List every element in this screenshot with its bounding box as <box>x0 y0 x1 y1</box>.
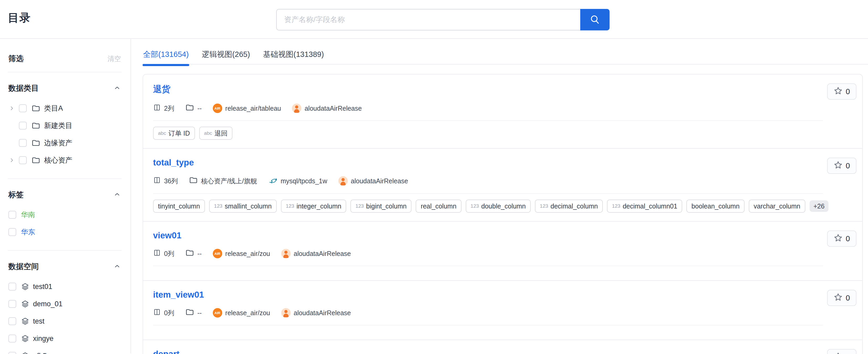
search-input[interactable] <box>276 9 580 30</box>
asset-title-link[interactable]: view01 <box>153 231 181 240</box>
star-icon <box>834 352 843 354</box>
section-header[interactable]: 数据类目 <box>8 83 121 94</box>
field-tag-chip: real_column <box>416 200 461 213</box>
column-count: 0列 <box>153 249 174 258</box>
air-source-badge: AIR <box>213 104 222 113</box>
columns-icon <box>153 308 161 318</box>
checkbox[interactable] <box>19 105 27 112</box>
field-type-prefix: 123 <box>612 203 620 209</box>
asset-card: 退货 0 2列 -- AIR release_air/tableau <box>143 75 862 149</box>
owner-avatar <box>281 308 291 318</box>
chevron-up-icon[interactable] <box>113 84 121 93</box>
asset-card: total_type 0 36列 核心资产/线上/旗舰 mysql/tpcds_… <box>143 149 862 222</box>
asset-category: 核心资产/线上/旗舰 <box>189 176 257 186</box>
tab-logic-views[interactable]: 逻辑视图(265) <box>201 48 251 64</box>
checkbox[interactable] <box>19 139 27 147</box>
section-header[interactable]: 标签 <box>8 189 121 200</box>
mysql-icon <box>268 175 278 186</box>
data-space-label: test01 <box>33 283 53 291</box>
data-space-item[interactable]: test <box>8 313 121 330</box>
expand-chevron-right-icon[interactable] <box>8 157 19 164</box>
field-tag-chip: 123decimal_column <box>535 200 603 213</box>
asset-title-link[interactable]: depart <box>153 349 180 354</box>
tag-filter-item[interactable]: 华南 <box>8 206 121 224</box>
field-tag-chip: 123double_column <box>466 200 531 213</box>
favorite-button[interactable]: 0 <box>827 83 857 100</box>
clear-filters-button[interactable]: 清空 <box>107 54 121 63</box>
layers-icon <box>21 283 29 291</box>
category-tree-item[interactable]: 类目A <box>8 100 121 117</box>
checkbox[interactable] <box>8 352 16 354</box>
checkbox[interactable] <box>19 122 27 129</box>
layers-icon <box>21 334 29 343</box>
tab-bar: 全部(131654)逻辑视图(265)基础视图(131389) <box>143 39 868 64</box>
tab-all[interactable]: 全部(131654) <box>143 48 189 64</box>
favorite-count: 0 <box>846 294 850 302</box>
folder-icon <box>31 139 40 147</box>
column-count: 36列 <box>153 176 178 186</box>
checkbox[interactable] <box>8 300 16 308</box>
favorite-count: 0 <box>846 161 850 170</box>
tag-filter-item[interactable]: 华东 <box>8 224 121 241</box>
checkbox[interactable] <box>19 156 27 164</box>
expand-chevron-right-icon[interactable] <box>8 105 19 112</box>
chevron-up-icon[interactable] <box>113 262 121 271</box>
asset-title-link[interactable]: total_type <box>153 157 194 168</box>
asset-source: AIR release_air/zou <box>213 249 270 258</box>
asset-title-link[interactable]: item_view01 <box>153 290 204 300</box>
section-title: 标签 <box>8 189 24 200</box>
asset-meta-row: 0列 -- AIR release_air/zou aloudataAirRel… <box>153 248 823 259</box>
asset-owner: aloudataAirRelease <box>292 104 362 113</box>
star-icon <box>834 160 843 171</box>
asset-meta-row: 2列 -- AIR release_air/tableau aloudataAi… <box>153 103 823 114</box>
section-title: 数据空间 <box>8 261 39 272</box>
category-tree-item[interactable]: 边缘资产 <box>8 134 121 152</box>
field-type-prefix: 123 <box>214 203 222 209</box>
asset-owner: aloudataAirRelease <box>281 249 351 258</box>
data-space-item[interactable]: xingye <box>8 330 121 347</box>
asset-category: -- <box>185 307 202 318</box>
field-type-prefix: 123 <box>540 203 548 209</box>
columns-icon <box>153 249 161 258</box>
favorite-button[interactable]: 0 <box>827 290 857 306</box>
checkbox[interactable] <box>8 334 16 343</box>
data-space-item[interactable]: test01 <box>8 278 121 295</box>
folder-icon <box>31 104 40 113</box>
main-content: 全部(131654)逻辑视图(265)基础视图(131389) 退货 0 2列 … <box>131 39 868 353</box>
checkbox[interactable] <box>8 211 16 219</box>
field-type-prefix: abc <box>204 130 212 136</box>
air-source-badge: AIR <box>213 249 222 258</box>
checkbox[interactable] <box>8 228 16 236</box>
search-button[interactable] <box>580 9 610 30</box>
star-icon <box>834 233 843 244</box>
field-tag-chip: 123smallint_column <box>209 200 277 213</box>
column-count: 0列 <box>153 308 174 318</box>
star-icon <box>834 86 843 97</box>
checkbox[interactable] <box>8 283 16 291</box>
folder-icon <box>185 103 194 114</box>
star-icon <box>834 293 843 303</box>
section-header[interactable]: 数据空间 <box>8 261 121 272</box>
category-tree-item[interactable]: 核心资产 <box>8 152 121 169</box>
field-type-prefix: abc <box>158 130 166 136</box>
more-tags-badge: +26 <box>810 200 829 212</box>
chevron-up-icon[interactable] <box>113 190 121 199</box>
field-tag-chip: tinyint_column <box>153 200 205 213</box>
category-tree-item[interactable]: 新建类目 <box>8 117 121 134</box>
favorite-button[interactable]: 0 <box>827 349 857 354</box>
asset-category: -- <box>185 248 202 259</box>
field-type-prefix: 123 <box>355 203 364 209</box>
section-title: 数据类目 <box>8 83 39 94</box>
favorite-button[interactable]: 0 <box>827 157 857 174</box>
checkbox[interactable] <box>8 317 16 325</box>
asset-source: AIR release_air/zou <box>213 308 270 318</box>
data-space-item[interactable]: ofb5 <box>8 347 121 354</box>
data-space-item[interactable]: demo_01 <box>8 295 121 313</box>
asset-title-link[interactable]: 退货 <box>153 83 170 95</box>
tab-base-views[interactable]: 基础视图(131389) <box>262 48 324 64</box>
filter-sidebar: 筛选 清空 数据类目 类目A 新建类目 边缘 <box>0 39 131 353</box>
owner-avatar <box>281 249 291 258</box>
filter-header: 筛选 清空 <box>8 52 122 72</box>
favorite-button[interactable]: 0 <box>827 231 857 247</box>
columns-icon <box>153 176 161 186</box>
